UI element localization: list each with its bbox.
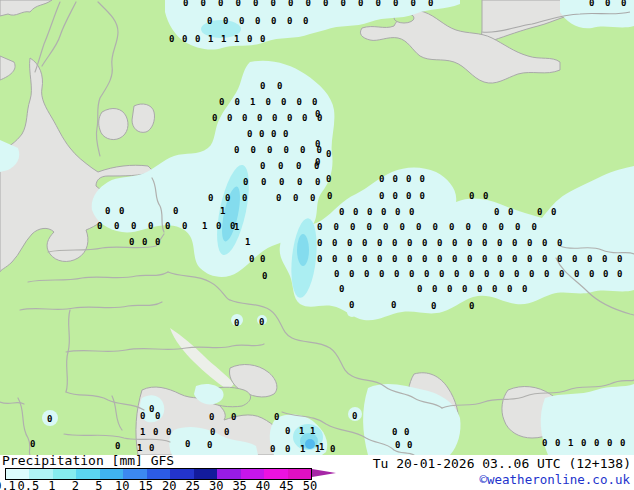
precip-value: 0 <box>497 239 502 248</box>
precip-value: 0 <box>279 178 284 187</box>
precip-value: 0 <box>334 270 339 279</box>
precip-value: 0 <box>469 302 474 311</box>
precip-value: 0 <box>234 319 239 328</box>
precip-value: 0 <box>395 208 400 217</box>
precip-value: 0 <box>260 35 265 44</box>
precip-value: 0 <box>617 255 622 264</box>
legend-segment-13 <box>288 469 311 479</box>
legend-tick: 5 <box>95 479 102 490</box>
precip-value: 1 <box>208 35 213 44</box>
legend-tick: 2 <box>72 479 79 490</box>
precip-value: 0 <box>362 239 367 248</box>
precip-value: 0 <box>424 270 429 279</box>
precip-value: 0 <box>249 255 254 264</box>
legend-tick: 20 <box>162 479 176 490</box>
precip-value: 0 <box>377 239 382 248</box>
precip-value: 1 <box>568 439 573 448</box>
precip-value: 0 <box>484 270 489 279</box>
precip-value: 0 <box>364 270 369 279</box>
precip-value: 0 <box>406 175 411 184</box>
precip-value: 0 <box>306 0 311 8</box>
legend-tick: 50 <box>303 479 317 490</box>
precip-value: 0 <box>242 194 247 203</box>
precip-value: 0 <box>376 0 381 8</box>
precip-value: 0 <box>379 270 384 279</box>
precip-value: 0 <box>395 441 400 450</box>
precip-value: 1 <box>221 35 226 44</box>
precip-value: 0 <box>317 239 322 248</box>
precip-value: 0 <box>253 0 258 8</box>
precip-value: 0 <box>358 0 363 8</box>
precip-value: 0 <box>243 178 248 187</box>
precip-value: 0 <box>218 0 223 8</box>
precip-value: 0 <box>285 445 290 454</box>
precip-value: 1 <box>300 445 305 454</box>
precip-value: 0 <box>219 98 224 107</box>
precip-value: 0 <box>404 428 409 437</box>
precip-value: 0 <box>182 35 187 44</box>
precip-value: 0 <box>557 255 562 264</box>
precip-value: 0 <box>603 270 608 279</box>
precip-value: 0 <box>209 413 214 422</box>
precip-value: 0 <box>362 255 367 264</box>
precip-value: 1 <box>310 427 315 436</box>
legend-segment-2 <box>29 469 52 479</box>
precip-value: 0 <box>235 98 240 107</box>
precip-value: 0 <box>341 0 346 8</box>
precip-value: 0 <box>297 178 302 187</box>
precip-value: 0 <box>367 223 372 232</box>
precip-value: 0 <box>352 412 357 421</box>
precip-value: 0 <box>105 207 110 216</box>
legend-segment-8 <box>170 469 193 479</box>
precip-value: 0 <box>278 162 283 171</box>
precip-value: 0 <box>119 207 124 216</box>
precip-value: 0 <box>317 223 322 232</box>
precip-value: 0 <box>392 428 397 437</box>
precip-value: 0 <box>266 98 271 107</box>
precip-value: 0 <box>47 415 52 424</box>
precip-value: 0 <box>272 114 277 123</box>
precip-value: 1 <box>202 222 207 231</box>
precip-value: 1 <box>234 35 239 44</box>
precip-value: 0 <box>492 285 497 294</box>
precip-value: 0 <box>207 441 212 450</box>
precip-value: 0 <box>409 270 414 279</box>
precip-value: 0 <box>482 255 487 264</box>
precip-value: 0 <box>557 239 562 248</box>
weather-map-page: 0000000000000000000000000000111000000100… <box>0 0 634 490</box>
precip-value: 0 <box>323 0 328 8</box>
precip-value: 0 <box>271 130 276 139</box>
precip-value: 0 <box>607 439 612 448</box>
copyright-link[interactable]: ©weatheronline.co.uk <box>479 472 630 487</box>
precip-value: 0 <box>115 442 120 451</box>
precip-value: 0 <box>236 0 241 8</box>
precip-value: 0 <box>394 270 399 279</box>
precip-value: 0 <box>392 255 397 264</box>
precip-value: 0 <box>140 412 145 421</box>
precip-value: 0 <box>499 270 504 279</box>
legend-tick: 0.5 <box>18 479 40 490</box>
precip-value: 0 <box>494 208 499 217</box>
precip-value: 0 <box>227 114 232 123</box>
precip-value: 0 <box>129 238 134 247</box>
precip-value: 0 <box>223 17 228 26</box>
precip-value: 0 <box>314 162 319 171</box>
legend-segment-4 <box>76 469 99 479</box>
precip-value: 0 <box>527 255 532 264</box>
precip-value: 0 <box>149 405 154 414</box>
precip-value: 0 <box>572 255 577 264</box>
precip-value: 0 <box>317 255 322 264</box>
precip-value: 0 <box>469 192 474 201</box>
precip-value: 0 <box>542 239 547 248</box>
precip-value: 0 <box>483 192 488 201</box>
precip-value: 0 <box>339 285 344 294</box>
precip-value: 0 <box>381 208 386 217</box>
precip-value: 0 <box>477 285 482 294</box>
precip-value: 0 <box>142 238 147 247</box>
precip-value: 0 <box>482 239 487 248</box>
precip-value: 0 <box>559 270 564 279</box>
precip-value: 0 <box>260 162 265 171</box>
legend-tick: 0.1 <box>0 479 16 490</box>
precipitation-map: 0000000000000000000000000000111000000100… <box>0 0 634 455</box>
precip-value: 0 <box>542 439 547 448</box>
